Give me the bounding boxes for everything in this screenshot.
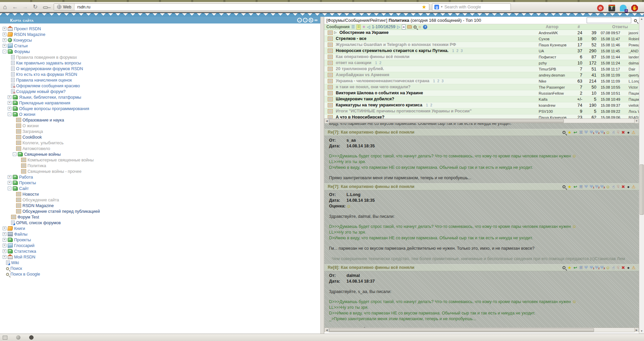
topic-title[interactable]: Новороссия стремительно стирается с карт… [336,48,463,53]
scroll-left-icon[interactable]: ◀ [324,328,329,332]
column-header-author[interactable]: Автор [546,25,558,29]
sitemap-item[interactable]: +Проекты [0,237,320,243]
sitemap-item-label[interactable]: Компьютерные священные войны [28,158,94,162]
sitemap-item[interactable]: Новости [0,191,320,197]
topic-author[interactable]: The Passenger [539,85,565,89]
table-row[interactable]: А что в Новосибирске?Паша Кузнецов236215… [324,114,639,118]
sitemap-item[interactable]: +Мой RSDN [0,254,320,260]
trophy-3-icon[interactable]: Ψ3 [600,265,604,270]
topic-author[interactable]: Kaifa [539,97,547,101]
message-author[interactable]: dalmal [346,273,360,279]
topic-author[interactable]: Nike [539,79,546,83]
expand-icon[interactable]: + [3,27,6,31]
search-box[interactable]: g ▼ Search with Google [432,3,511,11]
message-subject[interactable]: Re[7]: Как оперативно финны всё поняли [328,130,415,135]
table-row[interactable]: я таки не понял, они чего ожидали?The Pa… [324,84,639,90]
sitemap-item[interactable]: RSDN Magazine [0,203,320,208]
sitemap-item-label[interactable]: Прикладные направления [19,101,70,105]
sitemap-item[interactable]: +Глоссарий [0,243,320,248]
sitemap-item-label[interactable]: Сайт [19,186,29,191]
sitemap-item-label[interactable]: RSDN Magazine [22,203,54,208]
topic-author[interactable]: koandrew [539,103,555,107]
sitemap-item-label[interactable]: Автомотовело [22,146,50,151]
delete-icon[interactable]: ✖ [622,184,625,189]
sitemap-item-label[interactable]: Проекты [14,238,31,242]
collapse-icon[interactable]: - [13,152,16,156]
sitemap-item[interactable]: Кто есть кто на форумах RSDN [0,71,320,77]
trophy-icon[interactable]: Ψ [585,265,588,270]
zoom-icon[interactable] [562,185,566,188]
sitemap-item-label[interactable]: Статистика [14,249,36,254]
sitemap-item[interactable]: Форум Test [0,214,320,220]
sitemap-item[interactable]: Оформляем сообщения красиво [0,83,320,89]
topic-author[interactable]: Паша Кузнецов [539,115,567,118]
collapse-icon[interactable]: - [3,50,6,53]
sitemap-item[interactable]: -Форумы [0,49,320,54]
expand-icon[interactable]: + [8,175,11,179]
trophy-2-icon[interactable]: Ψ2 [595,184,598,189]
topic-list-hscrollbar[interactable]: ◀ ▼ [324,118,639,123]
expand-icon[interactable]: + [3,232,6,236]
scroll-down-icon[interactable]: ▼ [639,329,644,334]
scroll-up-icon[interactable]: ▲ [639,17,644,21]
sitemap-item-label[interactable]: Новости [22,192,39,197]
sitemap-item[interactable]: +Проект RSDN [0,26,320,32]
search-icon[interactable] [414,26,417,29]
url-text[interactable]: rsdn.ru [74,5,422,9]
topic-last-author[interactable]: jasoni [629,31,638,35]
sitemap-item[interactable]: +Конкурсы [0,37,320,43]
expand-icon[interactable]: + [3,38,6,42]
sitemap-item[interactable]: Поиск [0,265,320,271]
quote-icon[interactable]: ☰ [579,184,583,189]
sitemap-item-label[interactable]: RSDN Magazine [14,32,45,37]
topic-last-author[interactable]: RobinBo [629,37,639,41]
sitemap-item-label[interactable]: Правила поведения в форумах [16,55,77,60]
sitemap-item-label[interactable]: Обсуждение сайта [22,198,59,202]
folder-icon[interactable] [407,25,412,29]
smiley-icon[interactable]: ☺ [605,265,610,270]
expand-icon[interactable]: + [3,227,6,230]
sitemap-item-label[interactable]: Форумы [14,49,30,54]
delete-icon[interactable]: ✖ [622,265,625,270]
scroll-down-icon[interactable]: ▼ [634,119,639,123]
sitemap-item-label[interactable]: О жизни [19,112,35,117]
sitemap-item-label[interactable]: Обсуждение статей перед публикацией [22,209,100,214]
tree-view-icon[interactable]: ☰ [351,25,355,29]
sitemap-item[interactable]: Автомотовело [0,146,320,151]
window-icon[interactable] [3,336,7,340]
rss-icon[interactable]: ≋ [418,25,421,29]
topic-title[interactable]: Итоги "ИСТИННЫЕ причины противостояния У… [336,109,472,113]
export-table-icon[interactable]: a [402,25,406,30]
expand-icon[interactable]: + [3,249,6,253]
topic-last-author[interactable]: viellsky [629,103,639,107]
topic-title[interactable]: А что в Новосибирске? [336,115,384,118]
noscript-icon[interactable]: ✋ [631,5,638,11]
table-row[interactable]: Журналисты Guardian и Telegraph о колонн… [324,42,639,48]
topic-last-author[interactable]: Ромашк [629,43,639,47]
topic-last-author[interactable]: BSATop [629,115,639,118]
sitemap-item[interactable]: Правила начисления оценок [0,77,320,83]
table-row[interactable]: ▷Обострение на УкраинеAndrewWK243907.08 … [324,30,639,36]
topic-title[interactable]: Как оперативно финны всё поняли [336,54,410,59]
sitemap-item[interactable]: -Священные войны [0,151,320,157]
panel-divider[interactable] [320,17,324,334]
pager-label[interactable]: 1-100/16259 [372,25,395,29]
topic-title[interactable]: Журналисты Guardian и Telegraph о колонн… [336,42,456,47]
topic-title[interactable]: Виктория Шилова о событиях на Украине [336,91,423,95]
topic-title[interactable]: 20 триллионов рублей. [336,66,384,71]
table-row[interactable]: Украина - человеконенавистническая стран… [324,78,639,84]
sitemap-item-label[interactable]: Общие вопросы программирования [19,106,89,111]
sitemap-item[interactable]: Правила поведения в форумах [0,54,320,60]
topic-title[interactable]: я таки не понял, они чего ожидали? [336,85,411,89]
search-icon[interactable] [634,19,637,22]
thumb-down-icon[interactable]: ☟ [617,130,620,135]
warning-icon[interactable]: ⚠ [632,265,636,270]
sitemap-item[interactable]: Создадим новый форум? [0,89,320,94]
sitemap-item-label[interactable]: Проекты [19,181,36,185]
topic-last-author[interactable]: landerhi [629,55,639,59]
sitemap-item-label[interactable]: Священные войны [24,152,61,157]
vertical-scrollbar[interactable]: ▲ ▼ [639,17,644,334]
sitemap-item[interactable]: Обсуждение статей перед публикацией [0,208,320,214]
sitemap-item-label[interactable]: Заграница [22,129,43,134]
table-row[interactable]: Виктория Шилова о событиях на УкраинеRus… [324,90,639,96]
